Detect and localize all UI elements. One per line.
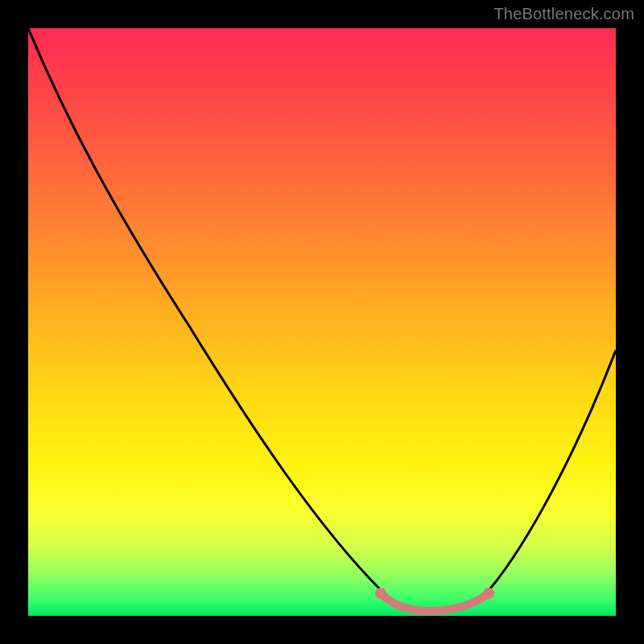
watermark-text: TheBottleneck.com	[493, 5, 634, 23]
plot-area	[28, 28, 616, 616]
chart-frame: TheBottleneck.com	[0, 0, 644, 644]
sweet-spot-left-marker	[375, 588, 386, 599]
bottleneck-curve	[28, 28, 616, 612]
sweet-spot-band	[381, 593, 489, 611]
sweet-spot-right-marker	[483, 588, 494, 599]
chart-svg	[28, 28, 616, 616]
